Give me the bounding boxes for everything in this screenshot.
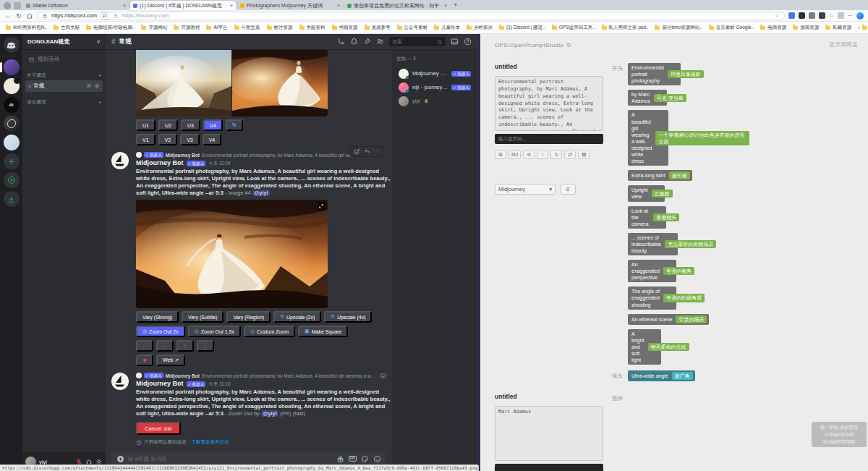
mj-action-button[interactable]: ⇈Upscale (4x) [324,311,372,323]
prompt-shop-link[interactable]: 提示词商店 [830,41,859,48]
refresh-icon[interactable]: ↻ [15,12,22,20]
category-text-channels[interactable]: 文字频道 + [25,72,103,79]
generated-image[interactable] [136,200,328,308]
prompt-tag[interactable]: by Marc Adamus 马克·亚当斯 [628,90,667,106]
mj-action-button[interactable]: ◎Custom Zoom [244,326,295,337]
prompt-input-bar[interactable]: 输入提示词... [495,134,603,144]
url-right[interactable]: https://moonvy.com [122,12,169,19]
search-box[interactable] [389,37,446,46]
bookmark-item[interactable]: 乡村振兴 [467,25,493,31]
generated-image-grid[interactable] [136,50,328,116]
engine-count[interactable]: 0 [560,184,576,195]
events-item[interactable]: 规划活动 [25,54,103,65]
bookmark-item[interactable]: 新佳bmo资源网站.. [655,25,702,31]
grid-button[interactable]: U1 [136,119,156,131]
bookmarks-overflow[interactable]: › 其他收藏夹 [858,25,868,31]
tool-button[interactable]: MJ [509,150,521,159]
mj-action-button[interactable]: ▣Make Square [298,326,348,337]
server-icon-active[interactable] [4,59,20,75]
mj-action-button[interactable]: ◎Zoom Out 2x [136,326,185,337]
tool-button[interactable]: ⇄ [564,150,576,159]
browser-tab[interactable]: Photographers Midjourney 关键词 × [237,1,344,10]
browser-tab[interactable]: Stable Diffusion × [22,1,129,10]
expand-image-icon[interactable] [317,202,326,211]
prompt-tag[interactable]: Extra-long skirt 超长裙 [628,170,692,181]
prompt-tag[interactable]: An ethereal scene 空灵的场景 [628,314,709,325]
bot-avatar[interactable] [111,373,129,390]
hint-link[interactable]: 了解更多相关信息 [191,439,229,446]
channel-settings-icon[interactable] [94,83,100,89]
grid-button[interactable]: U4 [203,119,223,131]
bookmark-item[interactable]: 斗图宝典 [234,25,260,31]
cancel-job-button[interactable]: Cancel Job [136,422,181,435]
explore-servers-button[interactable] [4,172,20,188]
bookmark-item[interactable]: 开源网站 [141,25,167,31]
grid-button[interactable]: U3 [181,119,200,131]
reply-icon[interactable] [364,148,370,155]
engine-select[interactable]: Midjourney ▾ [495,184,556,195]
mj-action-button[interactable]: ⇈Upscale (2x) [273,311,321,323]
grid-button[interactable]: V2 [158,134,178,145]
bookmark-item[interactable]: 文献资料 [299,25,326,31]
pan-button[interactable]: ↑ [176,340,194,352]
mj-action-button[interactable]: Vary (Region) [226,311,271,323]
pinned-messages-icon[interactable] [363,38,371,46]
prompt-tag[interactable]: Look at the camera. 看着镜头 [628,206,666,229]
pan-button[interactable]: ← [136,340,153,352]
mj-action-button[interactable]: Web ↗ [156,355,185,366]
bookmark-item[interactable]: AI绘画资料包N.. [6,25,47,31]
favorite-star-icon[interactable]: ☆ [775,12,780,19]
emoji-icon[interactable] [373,455,381,463]
inbox-icon[interactable] [451,38,459,46]
bookmark-item[interactable]: (1) Discord | 频道.. [499,25,545,31]
member-list-icon[interactable] [376,38,384,46]
member-row[interactable]: Midjourney Bot ✓ 机器人 [396,67,473,80]
split-view-icon[interactable]: ⇄ [101,12,109,20]
tab-close-icon[interactable]: × [444,3,447,8]
mention-yiyi[interactable]: @yiyi [252,190,270,196]
pan-button[interactable]: ↓ [197,340,214,352]
add-channel-icon[interactable]: + [98,100,101,105]
notifications-icon[interactable] [350,38,358,46]
prompt-tag[interactable]: An exaggerated perspective 夸张的视角 [628,260,676,282]
bookmark-item[interactable]: 古风文献 [54,25,80,31]
category-voice-channels[interactable]: 语音频道 + [25,99,103,106]
tab-close-icon[interactable]: × [230,3,233,8]
browser-tab[interactable]: 哪些靠谱且免费的论文检索网站 - 知乎 × [344,1,451,10]
bookmark-item[interactable]: 电商资源 [760,25,786,31]
prompt-tag[interactable]: Upright view 正视图 [628,185,665,201]
bookmark-item[interactable]: 书籍资源 [332,25,358,31]
profile-avatar-icon[interactable] [4,2,11,9]
reading-list-icon[interactable] [819,12,825,19]
mj-action-button[interactable]: Vary (Strong) [136,311,179,323]
member-row[interactable]: niji・journey … ✓ 机器人 [396,80,473,94]
server-icon-5[interactable] [4,135,20,150]
add-channel-icon[interactable]: + [98,73,101,78]
prompt-tag[interactable]: Ultra-wide angle 超广角 [628,370,695,381]
reply-preview[interactable]: ✓ 机器人 Midjourney Bot Environmental portr… [136,372,386,379]
bookmark-item[interactable]: 开源教程 [174,25,200,31]
message-input-box[interactable]: GIF [111,451,386,466]
grid-button[interactable]: V3 [180,134,200,145]
add-server-button[interactable] [4,153,20,169]
mj-action-button[interactable]: ♥ [136,355,153,366]
bookmark-item[interactable]: 儿童绘本 [434,25,460,31]
gift-icon[interactable] [336,455,344,463]
bookmark-item[interactable]: 音乐素材 Google.. [709,25,754,31]
workspace-title[interactable]: untitled [495,393,603,400]
tab-close-icon[interactable]: × [337,3,340,8]
workspace-icon[interactable] [14,2,21,9]
collections-icon[interactable] [838,12,844,19]
pan-button[interactable]: → [156,340,174,352]
bookmark-item[interactable]: 游戏资源 [793,25,819,31]
bookmark-item[interactable]: 灵感参考 [365,25,391,31]
server-icon-3[interactable]: AI [4,97,20,113]
tool-button[interactable]: ↑ [537,150,548,159]
bookmark-item[interactable]: 私藏资源 [825,25,851,31]
extension-icon-2[interactable] [799,12,805,19]
grid-image-right[interactable] [232,50,328,116]
url-left[interactable]: https://discord.com [51,12,97,19]
bookmark-item[interactable]: 电脑组装/华硕电脑.. [86,25,135,31]
tool-button[interactable]: ⧉ [495,150,506,159]
grid-button[interactable]: V1 [136,134,156,145]
